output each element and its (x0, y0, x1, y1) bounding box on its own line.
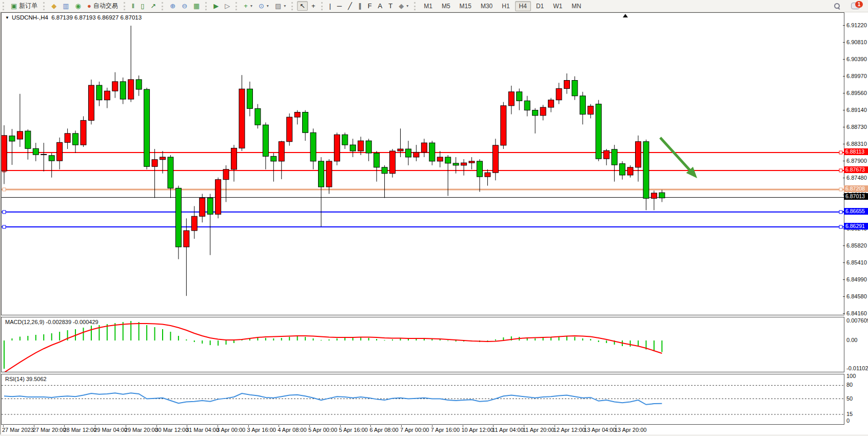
price-axis[interactable]: 6.912206.908106.903906.899706.895606.891… (844, 12, 868, 425)
candle-body (2, 136, 7, 171)
macd-pane[interactable]: MACD(12,26,9) -0.002839 -0.000429 (1, 317, 844, 372)
rsi-pane[interactable]: RSI(14) 39.5062 (1, 374, 844, 425)
new-order-button[interactable]: ▣新订单 (8, 0, 40, 12)
timeframe-d1-button[interactable]: D1 (532, 1, 548, 11)
candle-body (81, 120, 86, 145)
timeframe-m15-button[interactable]: M15 (456, 1, 476, 11)
candle-body (207, 198, 213, 214)
indicators-button[interactable]: +▾ (241, 1, 255, 11)
zoom-out-button[interactable]: ⊖ (179, 1, 190, 11)
candle-body (580, 96, 585, 115)
trendline-button[interactable]: ╱ (345, 1, 354, 11)
time-tick-label: 5 Apr 00:00 (308, 427, 337, 433)
mt4-window: ▣新订单◆▥◉●自动交易‖▯↗⊕⊖▦▶▷+▾⊙▾▨▾↖+|─╱∥FAT◆▾M1M… (0, 0, 868, 436)
candlestick-icon: ▯ (141, 3, 144, 9)
hline-anchor[interactable] (839, 188, 842, 191)
timeframe-m5-button[interactable]: M5 (438, 1, 455, 11)
time-axis[interactable]: 27 Mar 202327 Mar 20:0028 Mar 12:0029 Ma… (1, 425, 844, 434)
crosshair-button[interactable]: + (309, 1, 318, 11)
signals-button[interactable]: ◉ (73, 1, 84, 11)
timeframe-mn-button[interactable]: MN (567, 1, 585, 11)
candle-body (57, 142, 63, 161)
hline-anchor[interactable] (3, 211, 6, 214)
timeframe-h1-button[interactable]: H1 (498, 1, 514, 11)
candle-body (453, 163, 459, 165)
candle-body (517, 92, 522, 101)
tile-windows-button[interactable]: ▦ (191, 1, 202, 11)
hline-anchor[interactable] (839, 169, 842, 172)
hline-anchor[interactable] (839, 211, 842, 214)
timeframe-h4-button[interactable]: H4 (515, 1, 531, 11)
price-tick-mark (843, 42, 845, 43)
notifications-button[interactable]: 1 (849, 1, 862, 11)
price-tick-label: 6.90390 (846, 56, 867, 62)
candle-body (564, 81, 569, 89)
timeframe-m30-button[interactable]: M30 (477, 1, 497, 11)
current-price-label: 6.87013 (844, 193, 868, 200)
candle-body (382, 167, 387, 174)
candle-body (469, 161, 475, 163)
periods-button[interactable]: ⊙▾ (256, 1, 271, 11)
label-button[interactable]: T (386, 1, 395, 11)
text-button[interactable]: A (376, 1, 385, 11)
candle-body (9, 136, 15, 141)
hline-anchor[interactable] (3, 188, 6, 191)
price-tick-label: 6.85820 (846, 242, 867, 249)
fibonacci-button[interactable]: F (365, 1, 374, 11)
diamond-icon: ◆ (51, 3, 56, 9)
candlestick-chart-button[interactable]: ▯ (138, 1, 147, 11)
candle-body (303, 112, 308, 133)
templates-button[interactable]: ▨▾ (272, 1, 288, 11)
vertical-line-button[interactable]: | (327, 1, 333, 11)
price-chart-pane[interactable]: ▼ USDCNH-,H4 6.87139 6.87193 6.86927 6.8… (1, 12, 844, 315)
price-line-label: 6.86655 (844, 208, 868, 215)
toolbar-grip (43, 2, 46, 10)
zoom-in-button[interactable]: ⊕ (167, 1, 178, 11)
price-tick-mark (843, 127, 845, 127)
auto-scroll-button[interactable]: ▶ (211, 1, 221, 11)
macd-axis-label: 0.007609 (846, 317, 868, 324)
down-trend-arrow[interactable] (660, 138, 691, 172)
line-chart-button[interactable]: ↗ (148, 1, 159, 11)
price-tick-mark (843, 144, 845, 144)
hline-anchor[interactable] (839, 151, 842, 154)
chart-shift-icon: ▷ (225, 3, 230, 9)
candle-body (405, 149, 411, 157)
timeframe-m1-button[interactable]: M1 (420, 1, 437, 11)
price-tick-mark (843, 161, 845, 161)
market-watch-button[interactable]: ◆ (49, 1, 59, 11)
horizontal-line-button[interactable]: ─ (334, 1, 344, 11)
symbol-caret-icon[interactable]: ▼ (5, 15, 9, 20)
toolbar-grip (3, 2, 6, 10)
autotrading-button[interactable]: ●自动交易 (85, 0, 121, 12)
search-icon (834, 3, 840, 9)
cursor-button[interactable]: ↖ (297, 1, 308, 11)
shapes-button[interactable]: ◆▾ (396, 1, 411, 11)
bar-chart-button[interactable]: ‖ (129, 1, 137, 11)
toolbar-grip (414, 2, 417, 10)
hline-anchor[interactable] (3, 225, 6, 229)
toolbar-grip (321, 2, 324, 10)
hline-anchor[interactable] (839, 225, 842, 229)
candle-body (596, 104, 601, 159)
rsi-axis-label: 15 (846, 411, 853, 417)
autotrading-button-label: 自动交易 (93, 2, 118, 10)
candle-body (548, 100, 554, 107)
channel-button[interactable]: ∥ (356, 1, 364, 11)
candle-body (429, 143, 435, 161)
candle-body (445, 157, 451, 163)
search-button[interactable] (832, 2, 842, 10)
timeframe-w1-button[interactable]: W1 (549, 1, 566, 11)
candle-body (374, 153, 380, 167)
candle-body (49, 156, 54, 161)
price-tick-mark (843, 262, 845, 263)
chart-window-button[interactable]: ▥ (60, 1, 71, 11)
candle-body (136, 80, 142, 89)
candle-body (413, 152, 419, 157)
candle-body (588, 106, 594, 115)
price-tick-label: 6.89970 (846, 73, 867, 79)
new-order-icon: ▣ (11, 3, 17, 9)
candlestick-chart (2, 13, 844, 315)
candle-body (556, 88, 562, 100)
chart-shift-button[interactable]: ▷ (222, 1, 232, 11)
